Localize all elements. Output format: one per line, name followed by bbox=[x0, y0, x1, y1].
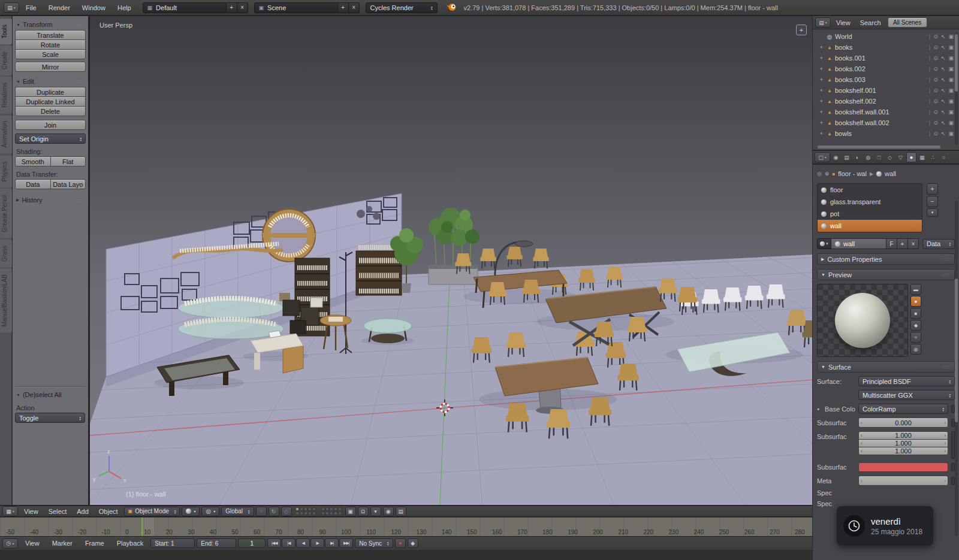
expander-icon[interactable]: + bbox=[819, 120, 824, 126]
outliner-item[interactable]: +▲bookshelf.wall.002|⊙↖▣ bbox=[813, 117, 954, 128]
panel-header-transform[interactable]: ▼Transform:::: bbox=[15, 19, 86, 30]
outliner-view-menu[interactable]: View bbox=[832, 18, 855, 28]
world-tab-icon[interactable]: ◍ bbox=[863, 152, 873, 162]
layer-toggle[interactable] bbox=[295, 507, 299, 511]
display-mode-dropdown[interactable]: All Scenes bbox=[888, 17, 927, 28]
renderability-icon[interactable]: ▣ bbox=[948, 66, 954, 72]
fake-user-button[interactable]: F bbox=[886, 238, 897, 249]
timeline-ruler[interactable]: -50-40-30-20-100102030405060708090100110… bbox=[0, 517, 812, 536]
opengl-render-icon[interactable]: ◉ bbox=[383, 507, 394, 516]
record-button[interactable]: ● bbox=[395, 538, 406, 548]
timeline-view-menu[interactable]: View bbox=[20, 538, 45, 549]
layer-toggle[interactable] bbox=[308, 507, 312, 511]
renderability-icon[interactable]: ▣ bbox=[948, 131, 954, 137]
layer-toggle[interactable] bbox=[304, 511, 307, 515]
mirror-button[interactable]: Mirror bbox=[15, 62, 86, 72]
editor-type-button[interactable]: ▢▾ bbox=[815, 152, 830, 162]
radius-y-slider[interactable]: ‹1.000› bbox=[858, 439, 948, 447]
sync-dropdown[interactable]: No Sync▴▾ bbox=[355, 538, 393, 548]
outliner-item[interactable]: +▲bowls|⊙↖▣ bbox=[813, 128, 954, 139]
layer-toggle[interactable] bbox=[325, 507, 329, 511]
add-scene-button[interactable]: + bbox=[338, 2, 349, 13]
layer-toggle[interactable] bbox=[338, 507, 342, 511]
material-slot[interactable]: glass.transparent bbox=[818, 196, 922, 208]
pivot-dropdown[interactable]: ◎▾ bbox=[201, 507, 219, 516]
editor-type-button[interactable]: ▤▾ bbox=[4, 2, 19, 13]
material-slot[interactable]: pot bbox=[818, 208, 922, 220]
outliner-scrollbar-vertical[interactable] bbox=[955, 32, 958, 145]
prev-keyframe-button[interactable]: |◀ bbox=[282, 538, 295, 548]
selectability-icon[interactable]: ↖ bbox=[941, 87, 946, 93]
start-frame-field[interactable]: Start: 1 bbox=[150, 538, 195, 548]
radius-z-slider[interactable]: ‹1.000› bbox=[858, 447, 948, 455]
layer-toggle[interactable] bbox=[330, 511, 333, 515]
timeline-playback-menu[interactable]: Playback bbox=[111, 538, 149, 549]
panel-header-preview[interactable]: ▼Preview:::: bbox=[817, 269, 955, 280]
outliner-scrollbar-horizontal[interactable] bbox=[818, 146, 940, 149]
panel-header-deselect-all[interactable]: ▼(De)select All bbox=[15, 389, 85, 400]
manipulator-translate-icon[interactable]: ↑ bbox=[256, 507, 267, 516]
pin-icon[interactable]: ◎ bbox=[817, 171, 822, 177]
visibility-icon[interactable]: ⊙ bbox=[933, 66, 938, 72]
data-tab-icon[interactable]: ▽ bbox=[895, 152, 906, 162]
material-name-field[interactable]: wall bbox=[831, 238, 886, 249]
jump-start-button[interactable]: |◀◀ bbox=[267, 538, 281, 548]
region-expand-icon[interactable]: + bbox=[796, 25, 807, 35]
tool-tab[interactable]: Physics bbox=[0, 155, 12, 187]
tool-tab[interactable]: Grease Pencil bbox=[0, 189, 12, 238]
render-engine-dropdown[interactable]: Cycles Render▴▾ bbox=[366, 2, 438, 13]
slot-specials-dropdown[interactable]: ▾ bbox=[927, 208, 938, 217]
panel-header-surface[interactable]: ▼Surface:::: bbox=[817, 361, 955, 373]
data-transfer-button[interactable]: Data bbox=[15, 179, 51, 189]
timeline-marker-menu[interactable]: Marker bbox=[47, 538, 78, 549]
selectability-icon[interactable]: ↖ bbox=[941, 131, 946, 137]
renderability-icon[interactable]: ▣ bbox=[948, 44, 954, 50]
viewport-add-menu[interactable]: Add bbox=[73, 507, 93, 516]
visibility-icon[interactable]: ⊙ bbox=[933, 55, 938, 61]
base-color-dropdown[interactable]: ColorRamp▴▾ bbox=[858, 404, 948, 414]
browse-material-icon[interactable]: ▾ bbox=[817, 238, 831, 249]
radius-x-slider[interactable]: ‹1.000› bbox=[858, 431, 948, 440]
next-keyframe-button[interactable]: ▶| bbox=[325, 538, 339, 548]
layer-toggle[interactable] bbox=[321, 511, 325, 515]
lock-icon[interactable]: ▣ bbox=[345, 507, 356, 516]
join-button[interactable]: Join bbox=[15, 120, 86, 130]
outliner-item[interactable]: +▲bookshelf.wall.001|⊙↖▣ bbox=[813, 107, 954, 117]
tool-tab[interactable]: Relations bbox=[0, 77, 12, 114]
render-tab-icon[interactable]: ◉ bbox=[831, 152, 841, 162]
selectability-icon[interactable]: ↖ bbox=[941, 120, 946, 126]
renderability-icon[interactable]: ▣ bbox=[948, 77, 954, 83]
properties-scrollbar[interactable] bbox=[955, 201, 958, 536]
viewport-shading-dropdown[interactable]: ▾ bbox=[182, 507, 200, 516]
panel-header-edit[interactable]: ▼Edit:::: bbox=[15, 75, 86, 87]
layer-toggle[interactable] bbox=[334, 511, 337, 515]
snap-magnet-icon[interactable]: Ω bbox=[358, 507, 369, 516]
layer-toggle[interactable] bbox=[325, 511, 329, 515]
selectability-icon[interactable]: ↖ bbox=[941, 66, 946, 72]
layer-toggle[interactable] bbox=[338, 511, 342, 515]
editor-type-button[interactable]: ◷▾ bbox=[2, 538, 18, 549]
timeline-frame-menu[interactable]: Frame bbox=[80, 538, 110, 549]
action-dropdown[interactable]: Toggle▴▾ bbox=[15, 413, 85, 423]
manipulator-scale-icon[interactable]: ◇ bbox=[281, 507, 292, 516]
renderability-icon[interactable]: ▣ bbox=[948, 87, 954, 93]
duplicate-button[interactable]: Duplicate bbox=[15, 87, 86, 97]
remove-slot-button[interactable]: − bbox=[927, 196, 938, 207]
expander-icon[interactable]: + bbox=[819, 55, 824, 61]
datablock-mode-dropdown[interactable]: Data▴▾ bbox=[922, 239, 955, 249]
layer-toggle[interactable] bbox=[312, 511, 316, 515]
material-slot[interactable]: floor bbox=[818, 184, 922, 196]
snap-element-dropdown[interactable]: ▾ bbox=[370, 507, 381, 516]
jump-end-button[interactable]: ▶▶| bbox=[339, 538, 353, 548]
expander-icon[interactable]: + bbox=[819, 109, 824, 115]
screen-layout-field[interactable]: ▦Default bbox=[143, 2, 227, 13]
visibility-icon[interactable]: ⊙ bbox=[933, 34, 938, 40]
layer-toggle[interactable] bbox=[334, 507, 337, 511]
renderability-icon[interactable]: ▣ bbox=[948, 34, 954, 40]
preview-cube-icon[interactable]: ■ bbox=[910, 308, 921, 319]
surface-shader-dropdown[interactable]: Principled BSDF▴▾ bbox=[858, 376, 955, 386]
tool-tab[interactable]: Animation bbox=[0, 115, 12, 153]
help-menu[interactable]: Help bbox=[112, 2, 137, 13]
outliner-search-menu[interactable]: Search bbox=[856, 18, 885, 28]
object-tab-icon[interactable]: □ bbox=[874, 152, 884, 162]
